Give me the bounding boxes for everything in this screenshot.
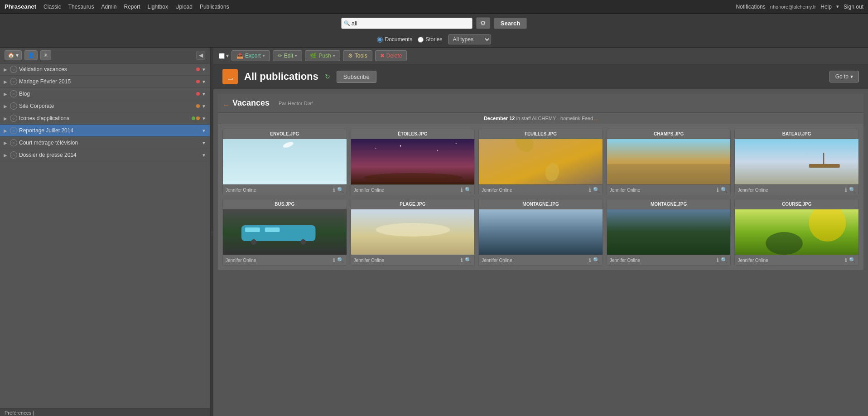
info-icon[interactable]: ℹ <box>589 257 591 263</box>
help-link[interactable]: Help <box>820 4 832 10</box>
zoom-icon[interactable]: 🔍 <box>721 187 728 193</box>
media-card-image[interactable]: ⊞ <box>351 209 475 255</box>
info-icon[interactable]: ℹ <box>717 257 719 263</box>
goto-button[interactable]: Go to ▾ <box>829 71 859 82</box>
sidebar-item-5[interactable]: ▶○Reportage Juillet 2014▼ <box>0 125 210 137</box>
type-select[interactable]: All types Images Videos Documents <box>448 34 491 44</box>
zoom-icon[interactable]: 🔍 <box>593 187 600 193</box>
zoom-icon[interactable]: 🔍 <box>849 187 856 193</box>
sidebar-item-circle-icon: ○ <box>10 66 17 73</box>
nav-admin[interactable]: Admin <box>101 4 116 10</box>
delete-button[interactable]: ✖ Delete <box>375 50 407 61</box>
media-card-image[interactable]: ⊞ <box>607 139 731 184</box>
refresh-icon[interactable]: ↻ <box>325 73 330 80</box>
media-card: MONTAGNE.JPG ⊞ Jennifer Online ℹ 🔍 <box>607 199 731 266</box>
media-card-image[interactable]: ⊞ <box>735 139 858 184</box>
sidebar-item-caret-icon: ▼ <box>202 153 206 158</box>
info-icon[interactable]: ℹ <box>845 187 847 193</box>
nav-lightbox[interactable]: Lightbox <box>148 4 168 10</box>
sidebar-item-6[interactable]: ▶○Court métrage télévision▼ <box>0 137 210 149</box>
zoom-icon[interactable]: 🔍 <box>465 257 472 263</box>
search-input-wrap: 🔍 <box>341 18 473 29</box>
goto-caret-icon: ▾ <box>850 73 853 80</box>
section-date: December 12 in staff ALCHEMY - homelink … <box>218 113 863 124</box>
media-card-footer: Jennifer Online ℹ 🔍 <box>479 255 603 265</box>
media-card-footer: Jennifer Online ℹ 🔍 <box>351 255 475 265</box>
media-card-footer: Jennifer Online ℹ 🔍 <box>607 255 731 265</box>
media-card-title: ÉTOILES.JPG <box>351 129 475 139</box>
sidebar-item-7[interactable]: ▶○Dossier de presse 2014▼ <box>0 149 210 161</box>
media-card-image[interactable]: ⊞ <box>223 209 347 255</box>
filter-stories-radio[interactable] <box>418 37 424 43</box>
tools-icon: ⚙ <box>348 53 353 59</box>
info-icon[interactable]: ℹ <box>717 187 719 193</box>
search-button[interactable]: Search <box>494 18 527 29</box>
section-date-rest: in staff ALCHEMY - homelink Feed <box>516 116 593 121</box>
nav-report[interactable]: Report <box>124 4 140 10</box>
sidebar-item-3[interactable]: ▶○Site Corporate▼ <box>0 100 210 112</box>
filter-documents-label[interactable]: Documents <box>377 36 412 43</box>
edit-button[interactable]: ✏ Edit ▾ <box>273 50 303 61</box>
select-all-checkbox[interactable] <box>219 53 225 59</box>
sidebar-item-caret-icon: ▼ <box>202 92 206 97</box>
svg-point-6 <box>437 150 438 151</box>
media-card-footer: Jennifer Online ℹ 🔍 <box>479 184 603 195</box>
zoom-icon[interactable]: 🔍 <box>721 257 728 263</box>
export-button[interactable]: 📤 Export ▾ <box>231 50 270 61</box>
info-icon[interactable]: ℹ <box>461 257 463 263</box>
nav-publications[interactable]: Publications <box>200 4 229 10</box>
info-icon[interactable]: ℹ <box>461 187 463 193</box>
nav-thesaurus[interactable]: Thesaurus <box>68 4 94 10</box>
search-input[interactable] <box>341 18 473 29</box>
caret-down-icon[interactable]: ▾ <box>226 53 229 59</box>
nav-classic[interactable]: Classic <box>43 4 61 10</box>
nav-upload[interactable]: Upload <box>175 4 193 10</box>
sidebar-expand-arrow: ▶ <box>4 67 7 72</box>
zoom-icon[interactable]: 🔍 <box>465 187 472 193</box>
info-icon[interactable]: ℹ <box>845 257 847 263</box>
sidebar-item-1[interactable]: ▶○Mariage Février 2015▼ <box>0 76 210 88</box>
home-icon: 🏠 <box>8 52 14 58</box>
zoom-icon[interactable]: 🔍 <box>337 187 344 193</box>
filter-stories-label[interactable]: Stories <box>418 36 442 43</box>
media-card-image[interactable]: ⊞ <box>351 139 475 184</box>
media-card-image[interactable]: ⊞ <box>607 209 731 255</box>
sidebar-icon-btn-2[interactable]: 👤 <box>24 50 38 60</box>
sidebar-expand-arrow: ▶ <box>4 92 7 97</box>
subscribe-button[interactable]: Subscribe <box>337 71 376 83</box>
media-actions: ℹ 🔍 <box>461 187 472 193</box>
content-area: ▾ 📤 Export ▾ ✏ Edit ▾ 🌿 Push ▾ ⚙ Tools <box>213 48 868 416</box>
notifications-link[interactable]: Notifications <box>736 4 765 10</box>
push-button[interactable]: 🌿 Push ▾ <box>305 50 340 61</box>
signout-link[interactable]: Sign out <box>844 4 863 10</box>
media-actions: ℹ 🔍 <box>845 257 856 263</box>
filter-documents-radio[interactable] <box>377 37 383 43</box>
sidebar-item-4[interactable]: ▶○Icones d'applications▼ <box>0 112 210 125</box>
gear-button[interactable]: ⚙ <box>476 17 490 29</box>
zoom-icon[interactable]: 🔍 <box>593 257 600 263</box>
search-bar: 🔍 ⚙ Search <box>0 14 868 33</box>
tools-button[interactable]: ⚙ Tools <box>343 50 372 61</box>
info-icon[interactable]: ℹ <box>333 257 335 263</box>
sidebar-icon-btn-1[interactable]: 🏠▾ <box>5 50 22 60</box>
status-dot-red <box>196 92 200 96</box>
sidebar-item-label: Mariage Février 2015 <box>19 78 194 85</box>
media-card-image[interactable]: ⊞ <box>479 139 603 184</box>
sidebar-expand-arrow: ▶ <box>4 140 7 145</box>
sidebar-item-caret-icon: ▼ <box>202 67 206 72</box>
zoom-icon[interactable]: 🔍 <box>849 257 856 263</box>
sidebar-collapse-btn[interactable]: ◀ <box>196 51 205 60</box>
sidebar-item-0[interactable]: ▶○Validation vacances▼ <box>0 63 210 76</box>
info-icon[interactable]: ℹ <box>589 187 591 193</box>
media-card-image[interactable]: ⊞ <box>735 209 858 255</box>
sidebar-item-label: Reportage Juillet 2014 <box>19 127 200 134</box>
sidebar-item-2[interactable]: ▶○Blog▼ <box>0 88 210 100</box>
sidebar-icon-btn-3[interactable]: ✳ <box>40 50 51 60</box>
media-owner: Jennifer Online <box>354 188 384 193</box>
edit-icon: ✏ <box>278 53 282 59</box>
svg-rect-19 <box>245 227 260 232</box>
info-icon[interactable]: ℹ <box>333 187 335 193</box>
media-card-image[interactable]: ⊞ <box>479 209 603 255</box>
media-card-image[interactable]: ⊞ <box>223 139 347 184</box>
zoom-icon[interactable]: 🔍 <box>337 257 344 263</box>
